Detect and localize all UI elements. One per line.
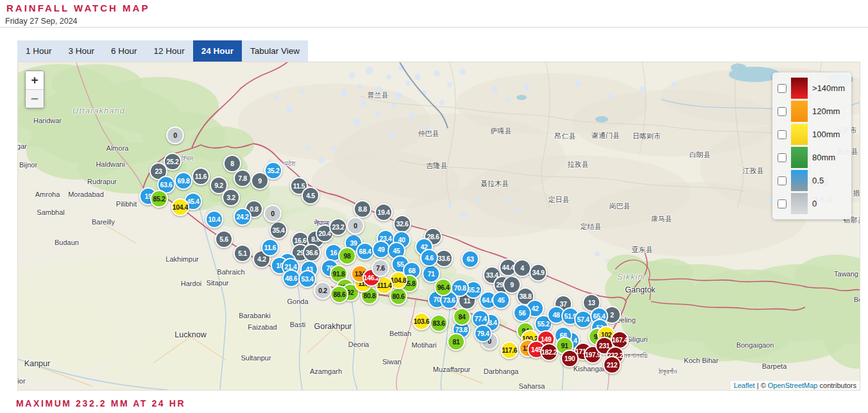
rain-marker[interactable]: 4 [513, 259, 531, 277]
rain-marker[interactable]: 88.6 [330, 285, 348, 303]
rain-marker[interactable]: 48.6 [282, 269, 300, 287]
map-label: Amroha [35, 190, 60, 198]
attribution-suffix: contributors [817, 382, 856, 389]
legend-checkbox-orange[interactable] [778, 107, 787, 116]
rain-marker[interactable]: 63 [461, 250, 479, 268]
rain-marker[interactable]: 23.2 [329, 218, 347, 236]
rain-marker[interactable]: 57.4 [574, 310, 592, 328]
rain-marker[interactable]: 79.4 [474, 324, 492, 342]
rain-marker[interactable]: 4.6 [420, 249, 438, 267]
rain-marker[interactable]: 34.9 [529, 264, 547, 282]
rain-marker[interactable]: 53.4 [298, 270, 316, 288]
rain-marker[interactable]: 96.4 [434, 278, 452, 296]
rain-marker[interactable]: 117.6 [500, 341, 518, 359]
legend-checkbox-red[interactable] [778, 84, 787, 93]
rain-marker[interactable]: 7.8 [234, 169, 251, 187]
rain-marker[interactable]: 11.6 [192, 167, 210, 185]
tab-tabular-view[interactable]: Tabular View [242, 40, 308, 62]
rain-marker[interactable]: 35.2 [264, 162, 282, 180]
rain-marker[interactable]: 19.4 [375, 203, 393, 221]
rain-marker[interactable]: 98 [338, 247, 356, 265]
rain-marker[interactable]: 4.5 [302, 187, 319, 205]
rain-marker[interactable]: 10.4 [205, 210, 223, 228]
map-label: 吉隆县 [427, 161, 448, 171]
rain-marker[interactable]: 0 [166, 126, 184, 144]
rain-marker[interactable]: 104.4 [171, 198, 189, 216]
rain-marker[interactable]: 190 [561, 350, 579, 367]
map-label: Motihari [411, 341, 436, 349]
zoom-control: + − [25, 71, 44, 108]
legend-checkbox-yellow[interactable] [778, 130, 787, 139]
rain-marker[interactable]: 212 [603, 356, 621, 374]
legend-label-green: 80mm [812, 153, 835, 162]
map-label: 康马县 [651, 214, 672, 224]
rain-marker[interactable]: 45 [492, 291, 510, 309]
rain-marker[interactable]: 8.8 [353, 200, 371, 218]
header-divider [0, 27, 868, 28]
rain-marker[interactable]: 85.2 [150, 190, 168, 208]
map-label: Bahraich [217, 268, 244, 276]
rain-marker[interactable]: 0 [264, 205, 282, 223]
legend-row-gray: 0 [778, 193, 845, 214]
tab-1-hour[interactable]: 1 Hour [17, 40, 60, 62]
map-label: 聂拉木县 [481, 179, 509, 189]
legend-swatch-red [791, 78, 808, 99]
legend-swatch-yellow [791, 124, 808, 145]
map-label: Rudrapur [87, 178, 117, 185]
legend-label-orange: 120mm [812, 106, 840, 116]
tab-6-hour[interactable]: 6 Hour [103, 40, 146, 62]
tab-12-hour[interactable]: 12 Hour [146, 40, 193, 62]
rain-marker[interactable]: 80.6 [389, 287, 407, 305]
map-label: Lucknow [174, 330, 206, 339]
rainfall-legend: >140mm120mm100mm80mm0.50 [772, 72, 851, 219]
legend-swatch-blue [791, 170, 808, 191]
rain-marker[interactable]: 81 [447, 333, 465, 351]
rain-marker[interactable]: 83.6 [430, 314, 448, 332]
map-label: Darbhanga [484, 367, 518, 375]
leaflet-link[interactable]: Leaflet [734, 382, 755, 389]
legend-swatch-green [791, 147, 808, 168]
map-label: 萨嘎县 [491, 126, 512, 136]
tab-3-hour[interactable]: 3 Hour [60, 40, 103, 62]
rain-marker[interactable]: 11.6 [261, 239, 279, 257]
rain-marker[interactable]: 182.2 [540, 343, 558, 361]
legend-row-green: 80mm [778, 147, 845, 168]
tab-24-hour[interactable]: 24 Hour [193, 40, 242, 62]
rain-marker[interactable]: 0 [346, 217, 364, 235]
rain-marker[interactable]: 32.6 [393, 215, 411, 233]
report-date: Friday 27 Sep, 2024 [5, 17, 78, 26]
osm-link[interactable]: OpenStreetMap [768, 382, 818, 389]
maximum-rainfall-note: MAXIMUM 232.2 MM AT 24 HR [16, 398, 185, 409]
map-label: 普兰县 [368, 90, 389, 100]
legend-swatch-gray [791, 193, 808, 214]
legend-checkbox-gray[interactable] [778, 199, 787, 208]
legend-row-orange: 120mm [778, 101, 845, 122]
legend-row-blue: 0.5 [778, 170, 845, 191]
rain-marker[interactable]: 84 [453, 308, 471, 326]
rain-marker[interactable]: 36.6 [303, 244, 321, 262]
rainfall-map[interactable]: UttarakhandSikkimनेपालश्चिमप्रदेशHaridwa… [17, 62, 860, 391]
map-label: gar [17, 142, 27, 150]
rain-marker[interactable]: 3.2 [222, 189, 240, 206]
map-label: Basti [290, 321, 305, 328]
rain-marker[interactable]: 68.4 [356, 242, 374, 260]
legend-checkbox-green[interactable] [778, 153, 787, 162]
rain-marker[interactable]: 103.6 [413, 312, 430, 330]
rain-marker[interactable]: 69.8 [174, 172, 192, 190]
zoom-in-button[interactable]: + [26, 71, 44, 89]
legend-checkbox-blue[interactable] [778, 176, 787, 185]
zoom-out-button[interactable]: − [26, 89, 44, 108]
map-label: Saharsa [519, 382, 545, 390]
rain-marker[interactable]: 5.1 [234, 244, 251, 262]
rain-marker[interactable]: 35.4 [269, 221, 287, 239]
rain-marker[interactable]: 56 [513, 304, 531, 322]
map-label: Sultanpur [241, 354, 271, 362]
rain-marker[interactable]: 0.2 [314, 282, 332, 299]
map-label: Bijnor [19, 161, 37, 169]
rain-marker[interactable]: 24.2 [234, 208, 251, 226]
map-label: Siwan [382, 358, 402, 366]
rain-marker[interactable]: 7.6 [371, 259, 389, 277]
map-label: ঠাকুরগাঁও [658, 367, 677, 376]
map-label: Gwalior [17, 377, 26, 385]
rain-marker[interactable]: 5.6 [215, 230, 233, 248]
